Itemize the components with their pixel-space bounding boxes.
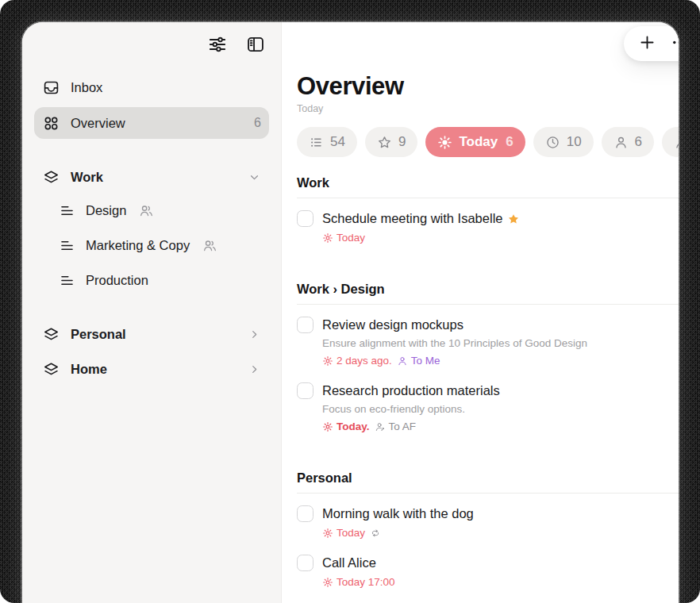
layers-icon (42, 168, 60, 186)
group-divider (297, 304, 679, 305)
sidebar: InboxOverview6WorkDesignMarketing & Copy… (22, 22, 282, 603)
task-title-line: Review design mockups (322, 317, 587, 333)
task-title-line: Call Alice (322, 555, 395, 571)
task-row[interactable]: Research production materialsFocus on ec… (297, 382, 679, 432)
star-icon (507, 213, 520, 225)
task-meta-text: Today (337, 527, 365, 539)
sidebar-item-inbox[interactable]: Inbox (34, 71, 269, 103)
sidebar-item-label: Overview (71, 116, 125, 131)
sidebar-areas: WorkDesignMarketing & CopyProductionPers… (34, 161, 269, 385)
person-arrow-icon (375, 421, 386, 432)
task-meta: Today 17:00 (322, 576, 395, 588)
group-work-design: Work › DesignReview design mockupsEnsure… (297, 280, 679, 432)
task-row[interactable]: Schedule meeting with IsabelleToday (297, 210, 679, 244)
filter-chip-clock-10[interactable]: 10 (533, 127, 594, 157)
chevron-down-icon[interactable] (248, 171, 261, 184)
plus-icon (638, 33, 656, 52)
filter-chip-label: Today (459, 134, 498, 150)
clock-icon (545, 135, 560, 150)
task-row[interactable]: Morning walk with the dogToday (297, 505, 679, 539)
sidebar-area-block-personal: Personal (34, 318, 269, 350)
task-meta-sun: Today 17:00 (322, 576, 395, 588)
task-meta: 2 days ago.To Me (322, 355, 587, 367)
sidebar-area-label: Home (71, 362, 107, 377)
sidebar-area-work[interactable]: Work (34, 161, 269, 193)
filter-chips: 549Today6106 (297, 127, 679, 157)
task-checkbox[interactable] (297, 317, 313, 333)
group-divider (297, 493, 679, 494)
sidebar-nav: InboxOverview6WorkDesignMarketing & Copy… (22, 57, 281, 385)
task-title: Call Alice (322, 555, 376, 571)
sidebar-area-home[interactable]: Home (34, 353, 269, 385)
chevron-right-icon[interactable] (248, 363, 261, 376)
sidebar-project-label: Production (86, 273, 148, 288)
sidebar-item-label: Inbox (71, 80, 102, 95)
filter-chip-label: 10 (567, 134, 582, 150)
filter-sliders-button[interactable] (207, 34, 228, 57)
task-meta-text: 2 days ago. (337, 355, 392, 367)
sidebar-toolbar (22, 22, 281, 57)
task-row[interactable]: Review design mockupsEnsure alignment wi… (297, 317, 679, 367)
task-checkbox[interactable] (297, 505, 313, 522)
shared-people-icon (139, 203, 154, 218)
sidebar-area-personal[interactable]: Personal (34, 318, 269, 350)
star-icon (377, 135, 392, 150)
repeat-icon (370, 528, 381, 539)
inbox-icon (42, 79, 60, 97)
task-groups: WorkSchedule meeting with IsabelleTodayW… (297, 174, 679, 588)
sun-icon (322, 528, 333, 539)
task-body: Morning walk with the dogToday (322, 505, 474, 539)
add-button[interactable] (638, 33, 656, 54)
sun-icon (322, 577, 333, 588)
sidebar-project-label: Marketing & Copy (86, 238, 190, 253)
header-action-pill (624, 26, 679, 61)
panel-icon (245, 34, 266, 55)
group-header: Personal (297, 469, 679, 487)
list-dots-icon (309, 135, 324, 150)
task-title-line: Schedule meeting with Isabelle (322, 210, 520, 227)
sidebar-area-label: Personal (71, 327, 126, 342)
person-icon (674, 135, 679, 150)
task-meta-sun: Today (322, 527, 365, 539)
filter-chip-star-9[interactable]: 9 (365, 127, 417, 157)
app-window: InboxOverview6WorkDesignMarketing & Copy… (22, 22, 679, 603)
task-meta-text: To Me (411, 355, 440, 367)
task-title: Research production materials (322, 382, 500, 399)
task-meta-sun: Today. (322, 421, 370, 432)
sidebar-project-marketing-copy[interactable]: Marketing & Copy (34, 228, 269, 263)
task-checkbox[interactable] (297, 555, 313, 571)
group-work: WorkSchedule meeting with IsabelleToday (297, 174, 679, 244)
filter-chip-list-dots-54[interactable]: 54 (297, 127, 357, 157)
sidebar-item-overview[interactable]: Overview6 (34, 107, 269, 139)
task-meta-text: Today 17:00 (337, 576, 395, 588)
sun-icon (322, 355, 333, 367)
task-meta: Today.To AF (322, 421, 500, 432)
ellipsis-icon (671, 33, 679, 52)
chevron-right-icon[interactable] (248, 328, 261, 341)
sidebar-project-design[interactable]: Design (34, 193, 269, 228)
group-header: Work › Design (297, 280, 679, 298)
group-title: Work › Design (297, 282, 385, 297)
person-icon (613, 135, 629, 150)
filter-chip-count: 6 (506, 134, 513, 150)
task-meta-sun: Today (322, 232, 365, 244)
group-personal: PersonalMorning walk with the dogTodayCa… (297, 469, 679, 588)
task-body: Call AliceToday 17:00 (322, 555, 395, 588)
main-panel: Overview Today 549Today6106 WorkSchedule… (282, 22, 679, 603)
filter-chip-person[interactable] (662, 127, 679, 157)
more-button[interactable] (671, 33, 679, 54)
filter-chip-sun-today[interactable]: Today6 (425, 127, 525, 157)
grid-circles-icon (42, 114, 60, 133)
sun-icon (322, 421, 333, 432)
task-meta-text: Today. (337, 421, 370, 432)
filter-chip-person-6[interactable]: 6 (602, 127, 654, 157)
task-checkbox[interactable] (297, 210, 313, 227)
sidebar-project-production[interactable]: Production (34, 263, 269, 298)
sun-icon (437, 135, 452, 150)
toggle-sidebar-button[interactable] (245, 34, 266, 57)
layers-icon (42, 360, 60, 378)
task-row[interactable]: Call AliceToday 17:00 (297, 555, 679, 588)
task-checkbox[interactable] (297, 382, 313, 399)
task-meta-repeat (370, 528, 381, 539)
person-icon (397, 355, 408, 367)
